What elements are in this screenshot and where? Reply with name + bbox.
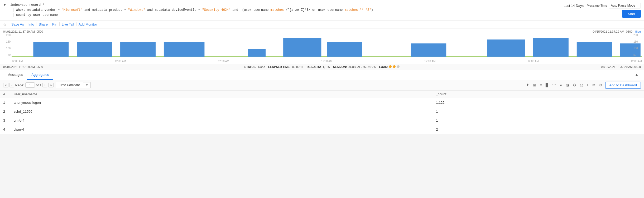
col-header-username: user_username xyxy=(11,91,433,98)
load-dot-3 xyxy=(397,65,400,68)
bar-1 xyxy=(33,42,69,57)
cell-username-2: umfd-4 xyxy=(11,116,433,125)
cell-username-3: dwm-4 xyxy=(11,125,433,134)
x-label-2: 12:00 AM xyxy=(115,60,126,63)
time-compare-group: Time Compare ▼ xyxy=(56,82,91,88)
cell-num-2: 3 xyxy=(0,116,11,125)
export-button[interactable]: ⬆ xyxy=(525,82,530,88)
query-expand-icon[interactable]: ▼ xyxy=(3,3,6,7)
elapsed-label: ELAPSED TIME: xyxy=(268,65,291,68)
prev-page-button[interactable]: ‹ xyxy=(9,83,14,87)
first-page-button[interactable]: « xyxy=(3,83,8,87)
cell-count-2: 1 xyxy=(433,116,644,125)
table-view-button[interactable]: ⊞ xyxy=(532,82,537,88)
load-label: LOAD: xyxy=(379,65,388,68)
area-chart-button[interactable]: ∧ xyxy=(559,82,563,88)
y-label-50: 50 xyxy=(0,53,12,56)
bar-2 xyxy=(77,42,112,57)
cell-num-3: 4 xyxy=(0,125,11,134)
query-bar: ▼ _index=sec_record_* | where metadata_v… xyxy=(0,0,644,21)
col-header-count: _count xyxy=(433,91,644,98)
table-header-row: # user_username _count xyxy=(0,91,644,98)
settings-chart-button[interactable]: ⚙ xyxy=(572,82,577,88)
save-as-button[interactable]: Save As xyxy=(9,22,26,26)
y-label-right-200: 200 xyxy=(632,34,644,37)
bar-8 xyxy=(411,43,446,57)
time-compare-dropdown[interactable]: ▼ xyxy=(83,82,91,88)
toolbar: ☆ Save As Info Share Pin Live Tail Add M… xyxy=(0,21,644,28)
x-axis-labels: 12:00 AM 12:00 AM 12:00 AM 12:00 AM 12:0… xyxy=(12,59,642,64)
parse-mode-label: Message Time xyxy=(587,4,607,7)
chart-section: 04/01/2021 11:37:29 AM -0500 04/15/2021 … xyxy=(0,28,644,64)
live-tail-button[interactable]: Live Tail xyxy=(60,22,76,26)
gear-button[interactable]: ⚙ xyxy=(598,82,604,88)
cell-count-1: 1 xyxy=(433,107,644,116)
status-label-kw: STATUS: Done xyxy=(244,65,265,68)
table-row: 3 umfd-4 1 xyxy=(0,116,644,125)
tab-messages[interactable]: Messages xyxy=(3,70,27,80)
pin-button[interactable]: Pin xyxy=(50,22,60,26)
status-right-time: 04/15/2021 11:37:29 AM -0500 xyxy=(601,65,641,68)
info-button[interactable]: Info xyxy=(26,22,37,26)
time-range-label[interactable]: Last 14 Days xyxy=(564,4,584,8)
transition-button[interactable]: ⇄ xyxy=(591,82,597,88)
bar-3 xyxy=(120,42,156,57)
y-label-200: 200 xyxy=(0,34,12,37)
pie-chart-button[interactable]: ◑ xyxy=(565,82,570,88)
star-icon[interactable]: ☆ xyxy=(3,22,7,27)
results-val: 1,126 xyxy=(323,65,330,68)
query-line3: | count by user_username xyxy=(8,13,58,17)
add-to-dashboard-button[interactable]: Add to Dashboard xyxy=(605,82,641,89)
chart-hide-button[interactable]: Hide xyxy=(635,30,641,33)
table-row: 1 anonymous logon 1,122 xyxy=(0,98,644,107)
results-label: RESULTS: xyxy=(307,65,321,68)
table-toolbar-right: ⬆ ⊞ ≡ ▊ 〰 ∧ ◑ ⚙ ◎ Ⅱ ⇄ ⚙ Add to Dashboard xyxy=(525,82,641,89)
col-header-num: # xyxy=(0,91,11,98)
column-button[interactable]: ≡ xyxy=(539,82,543,88)
share-button[interactable]: Share xyxy=(36,22,50,26)
x-label-7: 12:00 AM xyxy=(631,60,642,63)
line-chart-button[interactable]: 〰 xyxy=(551,82,557,88)
bar-10 xyxy=(533,38,569,57)
parse-mode-select[interactable]: Auto Parse Mode xyxy=(609,3,641,8)
map-button[interactable]: ◎ xyxy=(579,82,584,88)
tab-aggregates[interactable]: Aggregates xyxy=(27,70,53,80)
query-text: _index=sec_record_* | where metadata_ven… xyxy=(8,3,558,18)
x-label-6: 12:00 AM xyxy=(527,60,539,63)
cell-num-0: 1 xyxy=(0,98,11,107)
last-page-button[interactable]: » xyxy=(48,83,54,87)
next-page-button[interactable]: › xyxy=(42,83,47,87)
time-compare-button[interactable]: Time Compare xyxy=(56,82,83,88)
bar-9 xyxy=(487,39,525,57)
cell-username-0: anonymous logon xyxy=(11,98,433,107)
add-monitor-button[interactable]: Add Monitor xyxy=(76,22,99,26)
bar-chart xyxy=(12,34,642,59)
bar-11 xyxy=(577,42,612,57)
chart-svg-container xyxy=(12,34,642,59)
table-toolbar: « ‹ Page: of 1 › » Time Compare ▼ ⬆ ⊞ ≡ … xyxy=(0,80,644,91)
query-line2: | where metadata_vendor = "Microsoft" an… xyxy=(8,8,373,12)
text-chart-button[interactable]: Ⅱ xyxy=(586,82,590,88)
y-label-150: 150 xyxy=(0,40,12,43)
chart-start-time: 04/01/2021 11:37:29 AM -0500 xyxy=(3,30,43,33)
results-group: RESULTS: 1,126 xyxy=(307,65,330,68)
results-section: Messages Aggregates ▲ « ‹ Page: of 1 › »… xyxy=(0,70,644,134)
table-toolbar-left: « ‹ Page: of 1 › » Time Compare ▼ xyxy=(3,82,91,88)
collapse-results-button[interactable]: ▲ xyxy=(632,71,641,78)
load-dot-1 xyxy=(389,65,392,68)
bar-5 xyxy=(248,49,266,57)
status-left-time: 04/01/2021 11:37:29 AM -0500 xyxy=(3,65,43,68)
bar-6 xyxy=(283,38,321,57)
elapsed-group: ELAPSED TIME: 00:00:11 xyxy=(268,65,304,68)
table-row: 2 sshd_11596 1 xyxy=(0,107,644,116)
x-label-1: 12:00 AM xyxy=(12,60,23,63)
bar-chart-button[interactable]: ▊ xyxy=(545,82,550,88)
load-dot-2 xyxy=(393,65,396,68)
page-input[interactable] xyxy=(25,82,35,88)
y-label-right-150: 150 xyxy=(632,40,644,43)
cell-num-1: 2 xyxy=(0,107,11,116)
session-label: SESSION: xyxy=(333,65,347,68)
start-button[interactable]: Start xyxy=(622,10,641,18)
results-table: # user_username _count 1 anonymous logon… xyxy=(0,91,644,134)
query-line1: _index=sec_record_* xyxy=(8,3,45,7)
